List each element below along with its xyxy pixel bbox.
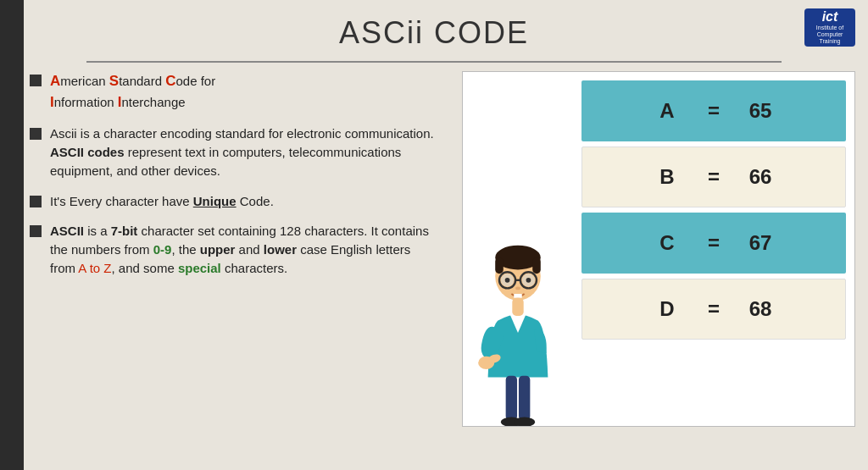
svg-rect-3: [532, 257, 541, 274]
table-row-A: A = 65: [581, 80, 846, 141]
svg-point-9: [505, 278, 510, 283]
table-row-B: B = 66: [581, 147, 846, 207]
bullet-text-1: American Standard Code forInformation In…: [50, 71, 215, 113]
character-svg: [471, 240, 565, 426]
page-title: ASCii CODE: [86, 0, 781, 63]
bullet-square-1: [30, 75, 42, 86]
bullet-square-3: [30, 196, 42, 207]
svg-rect-12: [514, 294, 522, 298]
equals-D: =: [693, 297, 735, 321]
text-merican: merican: [60, 74, 109, 88]
number-65: 65: [735, 99, 786, 123]
table-row-D: D = 68: [581, 279, 846, 340]
bullet-square-4: [30, 225, 42, 237]
bullet-item-4: ASCII is a 7-bit character set containin…: [30, 222, 437, 277]
left-content: American Standard Code forInformation In…: [30, 71, 445, 427]
letter-B: B: [642, 165, 693, 189]
bullet-text-3: It's Every character have Unique Code.: [50, 192, 274, 211]
number-66: 66: [735, 165, 786, 189]
svg-rect-2: [495, 257, 504, 274]
bullet-item-1: American Standard Code forInformation In…: [30, 71, 437, 113]
equals-C: =: [693, 231, 735, 255]
red-atoz: A to Z: [78, 261, 111, 275]
svg-point-11: [515, 286, 520, 290]
highlight-C: C: [165, 73, 175, 89]
bullet-square-2: [30, 128, 42, 140]
ascii-bold: ASCII: [50, 224, 84, 238]
bullet-item-2: Ascii is a character encoding standard f…: [30, 124, 437, 180]
logo: ict Institute ofComputerTraining: [804, 8, 855, 47]
bullet-text-2: Ascii is a character encoding standard f…: [50, 124, 437, 180]
content-area: American Standard Code forInformation In…: [30, 71, 855, 427]
letter-D: D: [642, 297, 693, 321]
highlight-S: S: [109, 73, 119, 89]
number-68: 68: [735, 297, 786, 321]
7bit-bold: 7-bit: [111, 224, 138, 238]
svg-rect-13: [512, 298, 523, 316]
highlight-A: A: [50, 73, 60, 89]
text-nformation: nformation: [54, 95, 118, 109]
letter-A: A: [642, 99, 693, 123]
ascii-codes-bold: ASCII codes: [50, 145, 125, 159]
number-67: 67: [735, 231, 786, 255]
svg-rect-17: [519, 376, 530, 421]
text-nterchange: nterchange: [122, 95, 186, 109]
green-09: 0-9: [153, 242, 172, 257]
logo-subtext: Institute ofComputerTraining: [816, 25, 843, 46]
text-ode: ode for: [175, 74, 215, 88]
ascii-table-panel: A = 65 B = 66 C = 67 D = 68: [462, 71, 855, 427]
svg-point-10: [526, 278, 531, 283]
bullet-item-3: It's Every character have Unique Code.: [30, 192, 437, 211]
upper-bold: upper: [200, 242, 236, 257]
left-bar: [0, 0, 24, 470]
bullet-text-4: ASCII is a 7-bit character set containin…: [50, 222, 437, 277]
svg-rect-16: [506, 376, 517, 421]
text-tandard: tandard: [119, 74, 165, 88]
character-image-area: [463, 72, 573, 426]
equals-A: =: [693, 99, 735, 123]
lower-bold: lower: [264, 242, 297, 257]
letter-C: C: [642, 231, 693, 255]
unique-bold: Unique: [193, 194, 236, 208]
green-special: special: [178, 261, 221, 275]
table-row-C: C = 67: [581, 213, 846, 274]
logo-text: ict Institute ofComputerTraining: [816, 9, 843, 46]
equals-B: =: [693, 165, 735, 189]
